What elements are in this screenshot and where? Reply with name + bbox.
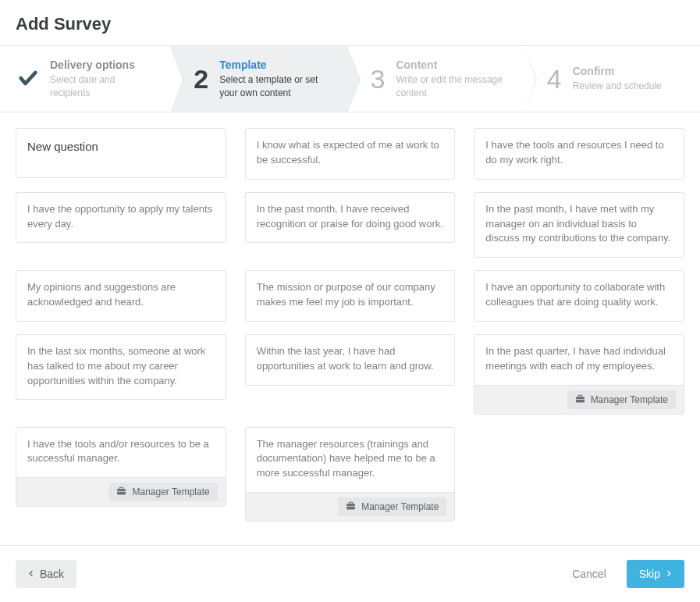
template-card[interactable]: I know what is expected of me at work to… [245,128,456,180]
briefcase-icon [116,486,126,497]
card-text: I have the opportunity to apply my talen… [16,193,226,243]
briefcase-icon [346,501,356,512]
card-text: The manager resources (trainings and doc… [246,428,455,493]
step-subtitle: Select date and recipients [50,73,156,98]
manager-template-tag: Manager Template [338,497,446,516]
svg-rect-8 [349,502,352,504]
card-text: In the past month, I have met with my ma… [474,193,684,258]
manager-template-tag: Manager Template [567,390,676,409]
card-tag-bar: Manager Template [16,477,226,506]
back-button[interactable]: Back [16,560,76,588]
svg-rect-1 [576,399,585,400]
card-text: In the past month, I have received recog… [246,193,455,243]
step-subtitle: Write or edit the message content [396,73,509,98]
step-title: Content [396,59,509,71]
step-title: Template [219,59,332,71]
cancel-button-label: Cancel [572,568,606,580]
template-grid: New questionI know what is expected of m… [16,128,684,522]
step-confirm[interactable]: 4 Confirm Review and schedule [524,46,700,112]
card-text: I know what is expected of me at work to… [246,129,455,179]
template-card[interactable]: I have an opportunity to collaborate wit… [474,270,684,322]
template-card[interactable]: The manager resources (trainings and doc… [245,427,456,522]
step-subtitle: Review and schedule [573,80,662,92]
page-title: Add Survey [0,0,700,45]
template-card[interactable]: Within the last year, I have had opportu… [245,334,456,386]
card-text: I have the tools and resources I need to… [474,129,684,179]
chevron-right-icon [666,568,672,580]
step-delivery-options[interactable]: Delivery options Select date and recipie… [0,46,170,112]
template-card[interactable]: In the past quarter, I have had individu… [474,334,684,415]
card-text: I have an opportunity to collaborate wit… [474,271,684,321]
briefcase-icon [575,394,585,405]
stepper: Delivery options Select date and recipie… [0,45,700,112]
tag-label: Manager Template [591,394,668,405]
template-card[interactable]: In the past month, I have met with my ma… [474,192,684,258]
tag-label: Manager Template [132,486,209,497]
new-question-card[interactable]: New question [16,128,226,178]
card-text: The mission or purpose of our company ma… [246,271,455,321]
check-icon [17,67,39,91]
template-card[interactable]: The mission or purpose of our company ma… [245,270,456,322]
svg-rect-7 [346,506,355,507]
step-number: 3 [371,66,386,92]
template-card[interactable]: In the past month, I have received recog… [245,192,456,244]
card-text: My opinions and suggestions are acknowle… [16,271,226,321]
svg-rect-2 [578,395,581,397]
manager-template-tag: Manager Template [108,483,217,501]
step-number: 4 [547,66,562,92]
template-card[interactable]: In the last six months, someone at work … [16,334,226,401]
card-text: In the past quarter, I have had individu… [474,335,684,385]
step-template[interactable]: 2 Template Select a template or set your… [170,46,346,112]
template-card[interactable]: I have the tools and resources I need to… [474,128,684,180]
chevron-left-icon [28,568,34,580]
card-text: I have the tools and/or resources to be … [16,428,226,478]
card-tag-bar: Manager Template [246,492,455,521]
tag-label: Manager Template [361,501,439,512]
step-content[interactable]: 3 Content Write or edit the message cont… [347,46,524,112]
step-title: Delivery options [50,59,156,71]
skip-button[interactable]: Skip [627,560,684,588]
card-text: New question [16,129,226,166]
card-text: Within the last year, I have had opportu… [246,335,455,385]
cancel-button[interactable]: Cancel [558,560,620,588]
step-title: Confirm [573,65,662,77]
step-subtitle: Select a template or set your own conten… [219,73,332,98]
template-card[interactable]: I have the tools and/or resources to be … [16,427,226,508]
template-card[interactable]: I have the opportunity to apply my talen… [16,192,226,244]
template-card[interactable]: My opinions and suggestions are acknowle… [16,270,226,322]
card-tag-bar: Manager Template [474,385,684,414]
svg-rect-4 [118,491,126,492]
footer: Back Cancel Skip [0,545,700,602]
svg-rect-5 [120,487,123,490]
card-text: In the last six months, someone at work … [16,335,226,400]
back-button-label: Back [40,568,64,580]
step-number: 2 [194,66,208,92]
skip-button-label: Skip [639,568,660,580]
